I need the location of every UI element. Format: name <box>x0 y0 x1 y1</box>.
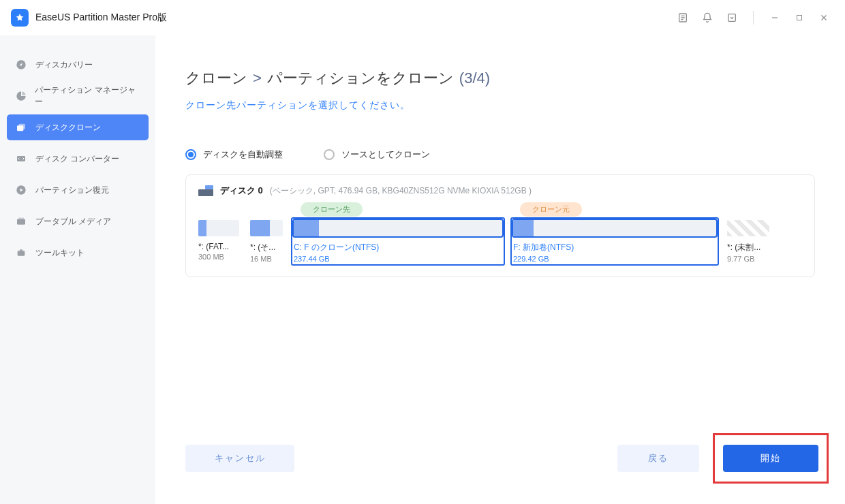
maximize-icon[interactable] <box>789 7 810 28</box>
partition-row: *: (FAT... 300 MB *: (そ... 16 MB クローン先 C… <box>198 220 802 263</box>
partition-size: 300 MB <box>198 253 239 261</box>
sidebar-item-label: ディスカバリー <box>35 59 93 71</box>
convert-icon <box>15 153 27 165</box>
svg-rect-1 <box>728 14 736 21</box>
sidebar-item-label: パーティション復元 <box>35 185 109 196</box>
partition-label: *: (未割... <box>727 242 769 253</box>
notes-icon[interactable] <box>673 7 693 28</box>
crumb-root: クローン <box>185 68 247 89</box>
partition-bar <box>513 220 716 236</box>
radio-row: ディスクを自動調整 ソースとしてクローン <box>185 148 815 161</box>
disk-icon <box>198 185 213 196</box>
content: クローン > パーティションをクローン (3/4) クローン先パーティションを選… <box>155 35 845 504</box>
partition-bar <box>294 220 502 236</box>
partition-size: 16 MB <box>250 255 283 263</box>
partition-label: *: (FAT... <box>198 242 239 251</box>
footer: キャンセル 戻る 開始 <box>185 433 825 484</box>
svg-rect-2 <box>797 15 802 20</box>
disk-card: ディスク 0 (ベーシック, GPT, 476.94 GB, KBG40ZNS5… <box>185 174 815 277</box>
bell-icon[interactable] <box>697 7 718 28</box>
badge-destination: クローン先 <box>301 202 363 217</box>
cancel-button[interactable]: キャンセル <box>185 445 294 472</box>
radio-auto-adjust[interactable]: ディスクを自動調整 <box>185 148 283 161</box>
clone-icon <box>15 121 27 133</box>
sidebar-item-discovery[interactable]: ディスカバリー <box>7 52 149 78</box>
crumb-sep: > <box>253 69 262 87</box>
pie-icon <box>15 90 27 102</box>
radio-on-icon <box>185 149 196 160</box>
disk-header: ディスク 0 (ベーシック, GPT, 476.94 GB, KBG40ZNS5… <box>198 185 802 197</box>
breadcrumb: クローン > パーティションをクローン (3/4) <box>185 68 815 89</box>
app-title: EaseUS Partition Master Pro版 <box>35 12 167 24</box>
recovery-icon <box>15 184 27 196</box>
disk-name: ディスク 0 <box>220 185 263 197</box>
sidebar-item-label: ツールキット <box>35 247 84 259</box>
partition-bar <box>198 220 239 236</box>
partition-size: 9.77 GB <box>727 255 769 263</box>
dropdown-icon[interactable] <box>722 7 742 28</box>
radio-label: ソースとしてクローン <box>341 148 430 161</box>
sidebar-item-bootable-media[interactable]: ブータブル メディア <box>7 208 149 234</box>
svg-rect-8 <box>17 219 25 225</box>
radio-clone-as-source[interactable]: ソースとしてクローン <box>324 148 430 161</box>
start-highlight: 開始 <box>713 433 829 484</box>
separator <box>753 11 754 25</box>
partition-size: 237.44 GB <box>294 255 502 263</box>
partition-item-source[interactable]: クローン元 F: 新加卷(NTFS) 229.42 GB <box>513 220 716 263</box>
subtitle: クローン先パーティションを選択してください。 <box>185 99 815 112</box>
partition-item[interactable]: *: (FAT... 300 MB <box>198 220 239 261</box>
partition-label: F: 新加卷(NTFS) <box>513 242 716 253</box>
sidebar-item-label: ディスク コンバーター <box>35 153 119 165</box>
sidebar-item-partition-manager[interactable]: パーティション マネージャー <box>7 83 149 109</box>
partition-bar <box>727 220 769 236</box>
compass-icon <box>15 59 27 71</box>
partition-label: C: F のクローン(NTFS) <box>294 242 502 253</box>
svg-rect-5 <box>19 124 25 129</box>
radio-label: ディスクを自動調整 <box>203 148 283 161</box>
sidebar-item-label: パーティション マネージャー <box>35 84 140 108</box>
badge-source: クローン元 <box>520 202 582 217</box>
sidebar-item-toolkit[interactable]: ツールキット <box>7 240 149 266</box>
partition-label: *: (そ... <box>250 242 283 253</box>
partition-size: 229.42 GB <box>513 255 716 263</box>
crumb-step: (3/4) <box>459 69 490 87</box>
sidebar-item-disk-converter[interactable]: ディスク コンバーター <box>7 146 149 172</box>
start-button[interactable]: 開始 <box>723 445 818 472</box>
minimize-icon[interactable] <box>765 7 785 28</box>
back-button[interactable]: 戻る <box>617 445 699 472</box>
svg-rect-9 <box>18 218 24 219</box>
radio-off-icon <box>324 149 335 160</box>
partition-item-unallocated[interactable]: *: (未割... 9.77 GB <box>727 220 769 263</box>
titlebar: EaseUS Partition Master Pro版 <box>0 0 845 35</box>
svg-rect-10 <box>18 251 25 255</box>
partition-item[interactable]: *: (そ... 16 MB <box>250 220 283 263</box>
sidebar-item-partition-recovery[interactable]: パーティション復元 <box>7 177 149 203</box>
app-logo <box>11 9 29 27</box>
sidebar-item-label: ブータブル メディア <box>35 216 111 227</box>
partition-item-destination[interactable]: クローン先 C: F のクローン(NTFS) 237.44 GB <box>294 220 502 263</box>
disk-meta: (ベーシック, GPT, 476.94 GB, KBG40ZNS512G NVM… <box>270 185 532 197</box>
sidebar: ディスカバリー パーティション マネージャー ディスククローン ディスク コンバ… <box>0 35 155 504</box>
close-icon[interactable] <box>814 7 834 28</box>
sidebar-item-disk-clone[interactable]: ディスククローン <box>7 114 149 140</box>
svg-rect-11 <box>20 249 22 251</box>
partition-bar <box>250 220 283 236</box>
sidebar-item-label: ディスククローン <box>35 122 101 133</box>
toolkit-icon <box>15 247 27 259</box>
crumb-page: パーティションをクローン <box>267 68 454 89</box>
media-icon <box>15 215 27 227</box>
